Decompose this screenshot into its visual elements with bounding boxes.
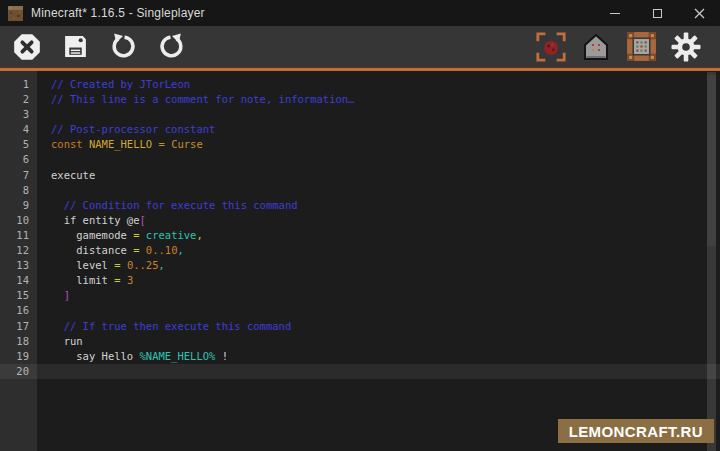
code-line[interactable]: level = 0..25,: [51, 258, 706, 273]
code-line[interactable]: [51, 364, 706, 379]
line-number: 1: [0, 77, 37, 92]
vertical-scrollbar[interactable]: [707, 72, 716, 451]
code-line[interactable]: [51, 183, 706, 198]
line-number: 13: [0, 258, 37, 273]
code-line[interactable]: distance = 0..10,: [51, 243, 706, 258]
code-line[interactable]: // Post-processor constant: [51, 122, 706, 137]
line-number: 11: [0, 228, 37, 243]
module-button[interactable]: [625, 31, 657, 63]
line-number: 8: [0, 183, 37, 198]
line-number: 17: [0, 319, 37, 334]
undo-button[interactable]: [107, 31, 139, 63]
code-line[interactable]: [51, 152, 706, 167]
line-number: 18: [0, 334, 37, 349]
scrollbar-thumb[interactable]: [707, 75, 716, 246]
line-number: 15: [0, 288, 37, 303]
code-line[interactable]: if entity @e[: [51, 213, 706, 228]
line-number: 12: [0, 243, 37, 258]
code-line[interactable]: // This line is a comment for note, info…: [51, 92, 706, 107]
save-icon: [62, 33, 89, 60]
redo-icon: [158, 33, 185, 60]
line-number: 5: [0, 137, 37, 152]
line-number: 20: [0, 364, 37, 379]
code-line[interactable]: gamemode = creative,: [51, 228, 706, 243]
line-number-gutter: 1234567891011121314151617181920: [0, 71, 37, 451]
close-window-button[interactable]: [678, 0, 720, 26]
maximize-icon: [653, 9, 662, 18]
code-line[interactable]: say Hello %NAME_HELLO% !: [51, 349, 706, 364]
maximize-button[interactable]: [636, 0, 678, 26]
code-lines[interactable]: // Created by JTorLeon// This line is a …: [37, 71, 706, 379]
minimize-icon: [610, 13, 620, 14]
redstone-icon: [535, 31, 567, 63]
settings-button[interactable]: [670, 31, 702, 63]
line-number: 9: [0, 198, 37, 213]
line-number: 19: [0, 349, 37, 364]
home-button[interactable]: [580, 31, 612, 63]
watermark-text: LEMONCRAFT.RU: [569, 423, 703, 440]
close-button[interactable]: [11, 31, 43, 63]
close-icon: [13, 33, 41, 61]
home-icon: [582, 33, 610, 61]
title-bar: Minecraft* 1.16.5 - Singleplayer: [0, 0, 720, 26]
app-window: Minecraft* 1.16.5 - Singleplayer: [0, 0, 720, 451]
line-number: 2: [0, 92, 37, 107]
close-window-icon: [694, 8, 705, 19]
watermark-badge: LEMONCRAFT.RU: [558, 419, 714, 443]
line-number: 7: [0, 168, 37, 183]
code-line[interactable]: // Condition for execute this command: [51, 198, 706, 213]
save-button[interactable]: [59, 31, 91, 63]
code-line[interactable]: run: [51, 334, 706, 349]
redo-button[interactable]: [155, 31, 187, 63]
line-number: 16: [0, 303, 37, 318]
code-line[interactable]: limit = 3: [51, 273, 706, 288]
code-line[interactable]: execute: [51, 168, 706, 183]
code-editor: 1234567891011121314151617181920 // Creat…: [0, 71, 720, 451]
line-number: 10: [0, 213, 37, 228]
toolbar-left-group: [11, 31, 187, 63]
module-icon: [626, 31, 657, 62]
code-line[interactable]: const NAME_HELLO = Curse: [51, 137, 706, 152]
code-line[interactable]: ]: [51, 288, 706, 303]
toolbar-right-group: [535, 31, 702, 63]
grass-block-icon: [8, 6, 23, 21]
toolbar: [0, 26, 720, 67]
gear-icon: [671, 32, 701, 62]
line-number: 3: [0, 107, 37, 122]
code-line[interactable]: // Created by JTorLeon: [51, 77, 706, 92]
minimize-button[interactable]: [594, 0, 636, 26]
line-number: 6: [0, 152, 37, 167]
code-line[interactable]: [51, 303, 706, 318]
code-line[interactable]: [51, 107, 706, 122]
code-line[interactable]: // If true then execute this command: [51, 319, 706, 334]
redstone-button[interactable]: [535, 31, 567, 63]
undo-icon: [110, 33, 137, 60]
window-title: Minecraft* 1.16.5 - Singleplayer: [31, 6, 205, 20]
line-number: 14: [0, 273, 37, 288]
line-number: 4: [0, 122, 37, 137]
